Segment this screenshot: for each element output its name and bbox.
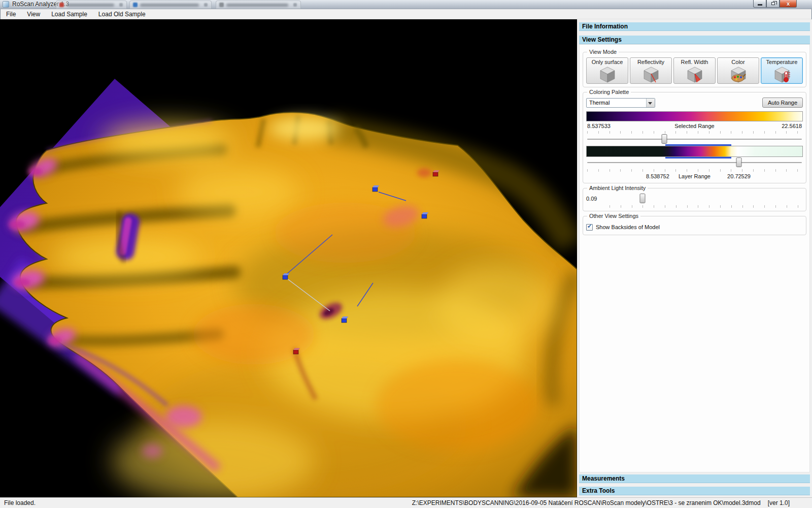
view-mode-label: View Mode	[587, 49, 619, 55]
slider-ticks	[587, 169, 802, 172]
app-window: RoScan Analyzer 1.3 x File View Load Sam…	[0, 0, 812, 508]
tab-close-icon[interactable]	[293, 3, 297, 7]
ambient-light-value: 0.09	[586, 196, 610, 202]
menu-bar: File View Load Sample Load Old Sample	[1, 9, 811, 19]
menu-load-sample[interactable]: Load Sample	[46, 9, 93, 19]
selected-range-slider-thumb[interactable]	[661, 134, 667, 144]
background-browser-tab[interactable]	[216, 1, 301, 9]
status-message: File loaded.	[4, 499, 36, 506]
view-mode-temperature[interactable]: Temperature	[761, 57, 803, 84]
thermometer-icon	[772, 66, 792, 83]
tab-title-blur	[66, 4, 114, 7]
selected-range-caption: Selected Range	[674, 123, 714, 129]
tab-close-icon[interactable]	[119, 3, 123, 7]
3d-viewport[interactable]	[0, 19, 577, 497]
tab-title-blur	[140, 4, 199, 7]
layer-range-caption: Layer Range	[679, 173, 710, 179]
slider-ticks	[610, 205, 802, 208]
background-browser-tab[interactable]	[56, 1, 127, 9]
status-bar: File loaded. Z:\EXPERIMENTS\BODYSCANNING…	[0, 497, 812, 508]
menu-file[interactable]: File	[1, 9, 21, 19]
view-mode-refl-width[interactable]: Refl. Width	[673, 57, 716, 84]
selected-range-labels: 8.537533 Selected Range 22.5618	[586, 122, 803, 130]
dropdown-button[interactable]	[646, 99, 655, 107]
tab-close-icon[interactable]	[204, 3, 208, 7]
cube-icon	[597, 66, 618, 83]
slider-track[interactable]	[587, 162, 802, 163]
app-icon	[3, 1, 9, 8]
layer-range-labels: 8.538752 Layer Range 20.72529	[586, 173, 803, 180]
coloring-palette-label: Coloring Palette	[587, 89, 631, 95]
slider-track[interactable]	[587, 139, 802, 140]
view-mode-group: View Mode Only surface Refl	[583, 52, 806, 87]
coloring-palette-group: Coloring Palette Thermal Auto Range 8.53…	[583, 92, 806, 183]
palette-icon	[728, 66, 749, 83]
close-button[interactable]: x	[780, 0, 797, 8]
tab-title-blur	[226, 4, 288, 7]
layer-range-min: 8.538752	[646, 173, 669, 179]
section-file-information[interactable]: File Information	[579, 22, 810, 31]
minimize-button[interactable]	[753, 0, 766, 8]
slider-ticks	[587, 131, 802, 134]
layer-range-max: 20.72529	[727, 173, 751, 179]
selected-range-max: 22.5618	[782, 123, 802, 129]
settings-panel: File Information View Settings View Mode…	[577, 19, 812, 497]
view-mode-color[interactable]: Color	[717, 57, 759, 84]
other-view-settings-group: Other View Settings Show Backsides of Mo…	[583, 216, 806, 235]
ambient-light-group: Ambient Light Intensity 0.09	[583, 188, 806, 211]
view-mode-only-surface[interactable]: Only surface	[586, 57, 628, 84]
auto-range-button[interactable]: Auto Range	[762, 98, 803, 108]
title-bar[interactable]: RoScan Analyzer 1.3 x	[0, 0, 812, 9]
ambient-light-slider-thumb[interactable]	[639, 194, 645, 203]
palette-gradient-bar	[586, 111, 803, 121]
background-browser-tab[interactable]	[129, 1, 212, 9]
menu-load-old-sample[interactable]: Load Old Sample	[93, 9, 151, 19]
selected-range-slider[interactable]	[586, 134, 803, 144]
layer-range-slider[interactable]	[586, 157, 803, 168]
ambient-light-label: Ambient Light Intensity	[587, 185, 648, 191]
close-icon: x	[780, 0, 796, 7]
tab-favicon	[133, 3, 138, 7]
hand-3d-render	[0, 19, 577, 497]
reflectivity-ray-icon	[641, 66, 661, 83]
section-extra-tools[interactable]: Extra Tools	[579, 487, 810, 495]
chevron-down-icon	[648, 102, 652, 105]
view-settings-body: View Mode Only surface Refl	[579, 44, 810, 472]
show-backsides-label: Show Backsides of Model	[596, 224, 660, 230]
restore-button[interactable]	[766, 0, 780, 8]
layer-range-gradient-bar	[586, 146, 803, 157]
section-measurements[interactable]: Measurements	[579, 474, 810, 483]
ambient-light-slider[interactable]	[610, 194, 803, 204]
tab-favicon	[59, 3, 64, 7]
selected-range-min: 8.537533	[587, 123, 611, 129]
layer-range-slider-thumb[interactable]	[736, 157, 742, 167]
palette-dropdown[interactable]: Thermal	[586, 98, 655, 108]
status-file-path: Z:\EXPERIMENTS\BODYSCANNING\2016-09-05 N…	[412, 499, 790, 506]
reflectivity-fan-icon	[685, 66, 705, 83]
other-view-settings-label: Other View Settings	[587, 213, 640, 219]
layer-range-selection	[665, 144, 731, 158]
show-backsides-checkbox[interactable]	[586, 224, 593, 231]
menu-view[interactable]: View	[21, 9, 46, 19]
restore-icon	[771, 2, 775, 5]
tab-favicon	[219, 3, 224, 7]
section-view-settings[interactable]: View Settings	[579, 36, 810, 44]
palette-dropdown-value: Thermal	[589, 100, 610, 106]
minimize-icon	[758, 4, 762, 6]
view-mode-reflectivity[interactable]: Reflectivity	[630, 57, 672, 84]
